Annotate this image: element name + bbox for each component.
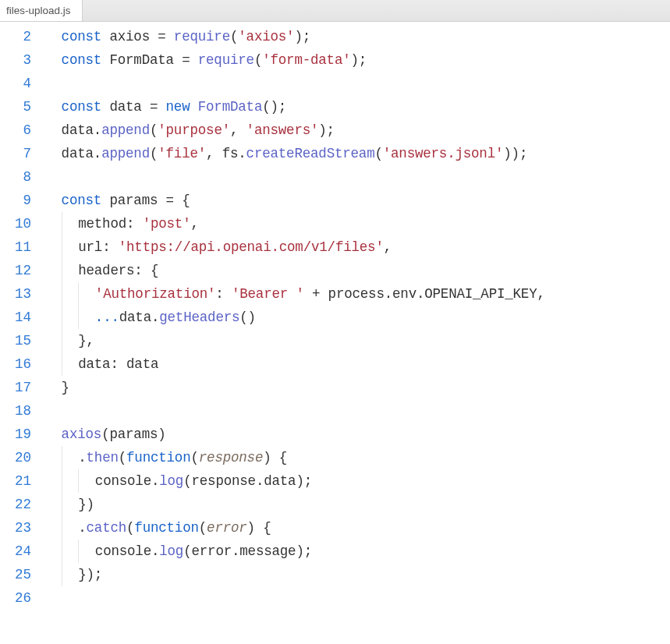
token-def: fs — [222, 146, 239, 161]
code-line[interactable]: 22 }) — [0, 493, 670, 516]
token-dot: . — [385, 286, 392, 302]
token-fn: append — [101, 122, 150, 138]
code-line[interactable]: 23 .catch(function(error) { — [0, 516, 670, 540]
code-line[interactable]: 6 data.append('purpose', 'answers'); — [0, 119, 670, 142]
code-line[interactable]: 3 const FormData = require('form-data'); — [0, 48, 670, 72]
token-param: response — [199, 450, 263, 465]
token-fn: append — [101, 146, 150, 161]
token-dot: . — [78, 450, 86, 465]
token-op: ) — [158, 426, 165, 442]
token-def: data — [264, 473, 296, 489]
token-op: )); — [503, 146, 527, 161]
token-op: , — [230, 122, 246, 138]
token-op: () — [239, 310, 256, 325]
token-op: (); — [262, 99, 286, 115]
token-def: params — [109, 193, 165, 208]
token-op: ( — [199, 520, 207, 536]
code-line[interactable]: 26 — [0, 586, 670, 610]
token-fn: log — [159, 473, 183, 489]
line-number: 17 — [0, 376, 45, 399]
code-content: const data = new FormData(); — [45, 95, 670, 119]
code-content — [45, 586, 670, 610]
token-def: OPENAI_API_KEY — [424, 286, 537, 302]
line-number: 26 — [0, 586, 45, 610]
token-kw: const — [62, 193, 110, 208]
tab-bar: files-upload.js — [0, 0, 670, 22]
token-op: ); — [351, 52, 367, 68]
code-content — [45, 165, 670, 189]
code-content: method: 'post', — [45, 212, 670, 235]
line-number: 19 — [0, 423, 45, 446]
code-line[interactable]: 2 const axios = require('axios'); — [0, 25, 670, 48]
token-fn: catch — [87, 520, 127, 536]
token-op: ( — [126, 520, 134, 536]
code-line[interactable]: 5 const data = new FormData(); — [0, 95, 670, 119]
token-op: ( — [254, 52, 262, 68]
token-op: = — [182, 52, 198, 68]
token-prop: data — [78, 356, 110, 372]
token-str: 'form-data' — [262, 52, 350, 68]
line-number: 24 — [0, 540, 45, 563]
token-kw: const — [62, 99, 110, 115]
code-line[interactable]: 25 }); — [0, 563, 670, 586]
tab-active[interactable]: files-upload.js — [0, 0, 83, 21]
token-op: ( — [150, 122, 158, 138]
token-dot: . — [256, 473, 264, 489]
token-op: ( — [190, 450, 198, 465]
token-fn: require — [198, 52, 254, 68]
token-op: ( — [119, 450, 126, 465]
line-number: 18 — [0, 399, 45, 423]
token-fn: axios — [62, 426, 102, 442]
token-str: 'answers.jsonl' — [383, 146, 504, 161]
token-dot: . — [151, 473, 159, 489]
line-number: 8 — [0, 165, 45, 189]
code-content: 'Authorization': 'Bearer ' + process.env… — [45, 282, 670, 306]
code-line[interactable]: 24 console.log(error.message); — [0, 540, 670, 563]
token-prop: headers — [78, 263, 134, 278]
code-line[interactable]: 17 } — [0, 376, 670, 399]
token-def: params — [109, 426, 158, 442]
code-content: const FormData = require('form-data'); — [45, 48, 670, 72]
code-line[interactable]: 20 .then(function(response) { — [0, 446, 670, 469]
code-content: const axios = require('axios'); — [45, 25, 670, 48]
code-line[interactable]: 21 console.log(response.data); — [0, 469, 670, 493]
token-op: ); — [296, 543, 312, 559]
token-def: response — [191, 473, 255, 489]
code-content: const params = { — [45, 189, 670, 212]
code-content: }, — [45, 329, 670, 352]
code-line[interactable]: 13 'Authorization': 'Bearer ' + process.… — [0, 282, 670, 306]
token-dot: . — [238, 146, 246, 161]
code-line[interactable]: 10 method: 'post', — [0, 212, 670, 235]
code-line[interactable]: 16 data: data — [0, 352, 670, 376]
code-line[interactable]: 18 — [0, 399, 670, 423]
code-editor[interactable]: 2 const axios = require('axios');3 const… — [0, 22, 670, 610]
token-op: : — [215, 286, 232, 302]
token-op: , — [206, 146, 222, 161]
line-number: 3 — [0, 48, 45, 72]
token-op: }); — [78, 567, 102, 582]
token-spread: ... — [95, 310, 119, 325]
token-op: ( — [230, 29, 238, 44]
code-line[interactable]: 15 }, — [0, 329, 670, 352]
code-content: axios(params) — [45, 423, 670, 446]
code-line[interactable]: 11 url: 'https://api.openai.com/v1/files… — [0, 235, 670, 259]
code-line[interactable]: 9 const params = { — [0, 189, 670, 212]
code-line[interactable]: 7 data.append('file', fs.createReadStrea… — [0, 142, 670, 165]
code-line[interactable]: 4 — [0, 72, 670, 95]
code-content: }) — [45, 493, 670, 516]
token-fn: createReadStream — [246, 146, 375, 161]
code-line[interactable]: 14 ...data.getHeaders() — [0, 306, 670, 329]
token-str: 'file' — [158, 146, 206, 161]
line-number: 4 — [0, 72, 45, 95]
line-number: 12 — [0, 259, 45, 282]
token-op: ( — [183, 543, 191, 559]
code-line[interactable]: 8 — [0, 165, 670, 189]
token-dot: . — [232, 543, 239, 559]
token-op: }) — [78, 497, 94, 512]
code-line[interactable]: 19 axios(params) — [0, 423, 670, 446]
code-line[interactable]: 12 headers: { — [0, 259, 670, 282]
token-dot: . — [94, 122, 101, 138]
token-def: data — [109, 99, 150, 115]
line-number: 25 — [0, 563, 45, 586]
token-def: env — [392, 286, 417, 302]
